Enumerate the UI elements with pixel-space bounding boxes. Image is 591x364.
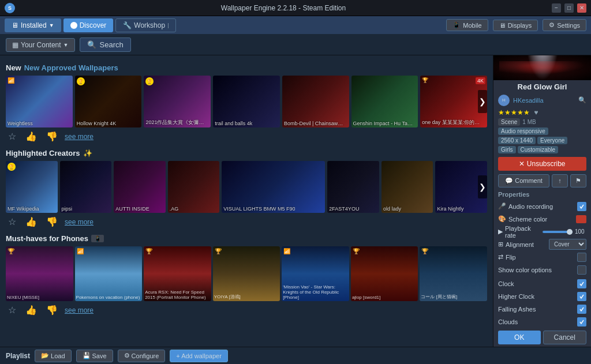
higher-clock-checkbox[interactable] — [577, 292, 586, 301]
phones-thumbsup-button[interactable]: 👍 — [23, 303, 39, 317]
add-wallpaper-button[interactable]: + Add wallpaper — [170, 350, 228, 362]
wallpaper-thumb-1[interactable]: 📶 Weightless — [6, 76, 73, 127]
show-color-checkbox[interactable] — [577, 265, 586, 275]
scheme-color-row: 🎨 Scheme color — [493, 213, 591, 226]
approved-thumbsup-button[interactable]: 👍 — [23, 130, 39, 143]
scheme-color-swatch[interactable] — [576, 215, 586, 223]
phones-header: Must-haves for Phones 📱 — [6, 234, 487, 243]
wallpaper-thumb-4[interactable]: trail and balls 4k — [213, 76, 280, 127]
flag-button[interactable]: ⚑ — [570, 174, 586, 187]
approved-row-container: 📶 Weightless 🏆 Hollow Knight 4K 🏆 2021作品… — [6, 76, 487, 127]
installed-tab[interactable]: 🖥 Installed ▼ — [5, 18, 61, 32]
approved-star-button[interactable]: ☆ — [6, 130, 18, 143]
main-area: New New Approved Wallpapers 📶 Weightless… — [0, 55, 591, 347]
tag-girls: Girls — [498, 146, 516, 153]
falling-ashes-checkbox[interactable] — [577, 305, 586, 314]
window-title: Wallpaper Engine 2.2.18 - Steam Edition — [15, 4, 552, 12]
playback-slider-thumb[interactable] — [567, 229, 573, 235]
share-button[interactable]: ↑ — [552, 174, 568, 187]
minimize-button[interactable]: − — [552, 3, 561, 13]
phone-label-7: コール [周と猫碗] — [421, 294, 457, 300]
clock-checkbox[interactable] — [577, 279, 586, 288]
alignment-select[interactable]: Cover Contain Fill — [549, 239, 586, 250]
audio-recording-checkbox[interactable] — [577, 202, 586, 211]
creator-thumb-6[interactable]: 2FAST4YOU — [327, 161, 379, 213]
creators-next-arrow[interactable]: ❯ — [478, 175, 487, 198]
scene-info-row: Scene 1 MB — [493, 118, 591, 126]
creators-thumbsup-button[interactable]: 👍 — [23, 215, 39, 228]
maximize-button[interactable]: □ — [564, 3, 574, 13]
creators-see-more-link[interactable]: see more — [65, 218, 93, 226]
star-rating: ★★★★★ ♥ — [493, 107, 591, 118]
wallpaper-title: Red Glow Girl — [493, 80, 591, 93]
approved-next-arrow[interactable]: ❯ — [478, 90, 487, 113]
phone-thumb-2[interactable]: 📶 Pokemons on vacation (phone) — [75, 246, 143, 301]
mobile-button[interactable]: 📱 Mobile — [446, 19, 488, 31]
phone-thumb-5[interactable]: 📶 'Mission Vao' - Star Wars: Knights of … — [282, 246, 349, 301]
wallpaper-thumb-3[interactable]: 🏆 2021作品集大賞《女彌炮装》22:33 异想外传 /... — [144, 76, 211, 127]
creator-thumb-2[interactable]: pipsi — [60, 161, 112, 213]
phones-row: 🏆 NIXEU [MISSE] 📶 Pokemons on vacation (… — [6, 246, 487, 301]
wallpaper-label-3: 2021作品集大賞《女彌炮装》22:33 异想外传 /... — [145, 119, 205, 126]
ok-button[interactable]: OK — [498, 331, 541, 344]
tags-row: Audio responsive 2560 x 1440 Everyone Gi… — [493, 126, 591, 155]
content-panel[interactable]: New New Approved Wallpapers 📶 Weightless… — [0, 55, 493, 347]
approved-thumbsdown-button[interactable]: 👎 — [44, 130, 60, 143]
phones-see-more-link[interactable]: see more — [65, 306, 93, 314]
creators-header: Highlighted Creators ✨ — [6, 149, 487, 157]
flip-row: ⇄ Flip — [493, 251, 591, 264]
flip-checkbox[interactable] — [577, 253, 586, 262]
workshop-tab[interactable]: 🔧 Workshop | — [115, 18, 176, 32]
creator-thumb-7[interactable]: old lady — [381, 161, 433, 213]
wallpaper-thumb-6[interactable]: Genshin Impact - Hu Tao [4k] + Media Int… — [351, 76, 418, 127]
creator-thumb-3[interactable]: AUTTI INSIDE — [114, 161, 166, 213]
save-button[interactable]: 💾 Save — [76, 350, 113, 362]
author-name[interactable]: HKesadilla — [513, 97, 575, 104]
wallpaper-thumb-5[interactable]: Bomb-Devil | Chainsaw Man — [282, 76, 349, 127]
phone-thumb-1[interactable]: 🏆 NIXEU [MISSE] — [6, 246, 73, 301]
comment-row: 💬 Comment ↑ ⚑ — [498, 174, 586, 187]
phone-thumb-3[interactable]: 🏆 Acura RSX: Need For Speed 2015 (Portra… — [144, 246, 211, 301]
creators-thumbsdown-button[interactable]: 👎 — [44, 215, 60, 228]
align-icon: ⊞ — [498, 241, 503, 248]
scene-badge: Scene — [498, 118, 520, 126]
unsubscribe-button[interactable]: ✕ Unsubscribe — [498, 157, 586, 171]
creator-thumb-1[interactable]: 🏆 MF Wikipedia — [6, 161, 58, 213]
wallpaper-thumb-7[interactable]: one day 某某某某:你的某某某 4K 🏆 — [420, 76, 487, 127]
nav-right-area: 📱 Mobile 🖥 Displays ⚙ Settings — [446, 19, 586, 31]
flip-icon: ⇄ — [498, 253, 503, 261]
phone-thumb-6[interactable]: 🏆 ajlop [sword1] — [351, 246, 418, 301]
creator-thumb-5[interactable]: VISUAL LIGHTS BMW M5 F90 — [222, 161, 325, 213]
creator-thumb-4[interactable]: .AG — [168, 161, 220, 213]
configure-button[interactable]: ⚙ Configure — [118, 350, 166, 362]
search-author-icon[interactable]: 🔍 — [578, 96, 586, 104]
approved-see-more-link[interactable]: see more — [65, 133, 93, 141]
displays-button[interactable]: 🖥 Displays — [493, 20, 538, 31]
right-panel-bottom-actions: OK Cancel — [493, 328, 591, 347]
phones-star-button[interactable]: ☆ — [6, 303, 18, 317]
phone-label-4: YOIYA [游戏] — [214, 294, 241, 300]
load-button[interactable]: 📂 Load — [35, 350, 71, 362]
discover-tab[interactable]: Discover — [63, 18, 114, 32]
cancel-button[interactable]: Cancel — [543, 331, 587, 344]
playback-slider[interactable] — [543, 231, 573, 233]
playlist-label: Playlist — [6, 352, 30, 360]
comment-button[interactable]: 💬 Comment — [498, 174, 549, 187]
settings-button[interactable]: ⚙ Settings — [543, 19, 586, 31]
clouds-checkbox[interactable] — [577, 317, 586, 327]
creators-star-button[interactable]: ☆ — [6, 215, 18, 228]
configure-icon: ⚙ — [124, 352, 130, 359]
creators-wallpaper-row: 🏆 MF Wikipedia pipsi AUTTI INSIDE .AG VI… — [6, 161, 487, 213]
wallpaper-thumb-2[interactable]: 🏆 Hollow Knight 4K — [75, 76, 142, 127]
search-bar[interactable]: 🔍 Search — [80, 37, 131, 52]
phones-thumbsdown-button[interactable]: 👎 — [44, 303, 60, 317]
show-color-row: Show color options — [493, 264, 591, 276]
your-content-button[interactable]: ▦ Your Content ▼ — [6, 38, 75, 52]
close-button[interactable]: ✕ — [577, 3, 586, 13]
wallpaper-label-2: Hollow Knight 4K — [77, 121, 117, 126]
playback-rate-row: ▶ Playback rate 100 — [493, 226, 591, 238]
phone-thumb-4[interactable]: 🏆 YOIYA [游戏] — [213, 246, 280, 301]
window-controls: − □ ✕ — [552, 3, 586, 13]
playlist-bar: Playlist 📂 Load 💾 Save ⚙ Configure + Add… — [0, 347, 591, 364]
phone-thumb-7[interactable]: 🏆 コール [周と猫碗] — [420, 246, 487, 301]
